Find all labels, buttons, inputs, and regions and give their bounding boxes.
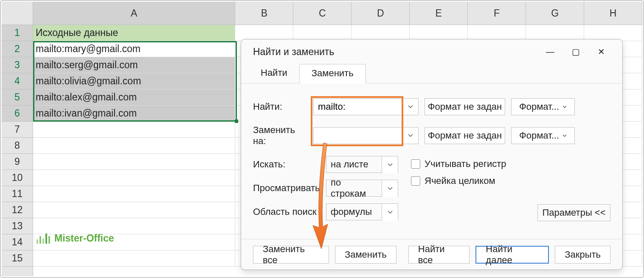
cell[interactable] [33, 122, 235, 137]
row-header-2[interactable]: 2 [2, 41, 33, 57]
whole-cell-label: Ячейка целиком [425, 175, 495, 186]
cell-G1[interactable] [526, 25, 584, 41]
format-btn-label: Формат... [519, 101, 559, 112]
col-header-E[interactable]: E [410, 2, 468, 25]
cell-A2[interactable]: mailto:mary@gmail.com [33, 41, 235, 57]
col-header-B[interactable]: B [235, 2, 293, 25]
replace-format-preview: Формат не задан [425, 127, 505, 144]
row-header-4[interactable]: 4 [2, 73, 33, 89]
chevron-down-icon [408, 134, 413, 137]
cell-D1[interactable] [352, 25, 410, 41]
tab-replace[interactable]: Заменить [299, 64, 366, 83]
column-headers: A B C D E F G H [33, 2, 642, 25]
cell[interactable] [33, 154, 235, 170]
find-format-preview: Формат не задан [425, 98, 505, 115]
match-case-label: Учитывать регистр [425, 158, 506, 170]
cell-F1[interactable] [468, 25, 526, 41]
replace-format-button[interactable]: Формат... [511, 127, 575, 144]
whole-cell-checkbox[interactable]: Ячейка целиком [411, 175, 506, 186]
col-header-H[interactable]: H [584, 2, 642, 25]
options-button[interactable]: Параметры << [537, 204, 610, 221]
cell-A6[interactable]: mailto:ivan@gmail.com [33, 106, 235, 121]
cell[interactable] [33, 186, 235, 202]
replace-label: Заменить на: [253, 125, 307, 147]
find-replace-dialog[interactable]: Найти и заменить — ▢ ✕ Найти Заменить На… [241, 39, 623, 270]
row-header-15[interactable]: 15 [2, 250, 33, 267]
dialog-titlebar[interactable]: Найти и заменить — ▢ ✕ [241, 39, 622, 64]
row-headers: 1 2 3 4 5 6 7 8 9 10 11 12 13 14 15 [2, 25, 33, 276]
row-header-9[interactable]: 9 [2, 154, 33, 170]
look-in-label: Область поиск [253, 206, 320, 217]
combo-value: на листе [326, 156, 382, 172]
search-within-combo[interactable]: на листе [326, 156, 398, 173]
row-header-7[interactable]: 7 [2, 122, 33, 138]
cell-E1[interactable] [410, 25, 468, 41]
replace-button[interactable]: Заменить [335, 246, 397, 264]
search-in-label: Искать: [253, 159, 320, 170]
selection-fill-handle[interactable] [235, 120, 238, 123]
chevron-down-icon [562, 106, 567, 108]
minimize-button[interactable]: — [537, 43, 563, 60]
row-header-10[interactable]: 10 [2, 170, 33, 186]
row-header-13[interactable]: 13 [2, 218, 33, 234]
dialog-title: Найти и заменить [253, 46, 537, 58]
row-header-5[interactable]: 5 [2, 89, 33, 106]
close-icon: ✕ [598, 47, 605, 57]
chevron-down-icon [562, 134, 567, 137]
cell-A5[interactable]: mailto:alex@gmail.com [33, 89, 235, 105]
logo-bars-icon [37, 234, 50, 244]
find-history-dropdown[interactable] [402, 98, 419, 115]
checkbox-icon [411, 159, 420, 169]
combo-value: по строкам [326, 180, 382, 196]
row-header-14[interactable]: 14 [2, 234, 33, 250]
cell-A3[interactable]: mailto:serg@gmail.com [33, 57, 235, 73]
cell-B1[interactable] [235, 25, 293, 41]
maximize-button[interactable]: ▢ [563, 43, 588, 60]
cell[interactable] [33, 218, 235, 234]
cell[interactable] [33, 250, 235, 266]
cell[interactable] [33, 138, 235, 153]
chevron-down-icon [408, 105, 413, 108]
col-header-G[interactable]: G [526, 2, 584, 25]
replace-input[interactable] [313, 127, 402, 144]
cell-A4[interactable]: mailto:olivia@gmail.com [33, 73, 235, 89]
replace-history-dropdown[interactable] [402, 127, 419, 144]
cell[interactable] [33, 170, 235, 186]
find-next-button[interactable]: Найти далее [475, 246, 549, 264]
match-case-checkbox[interactable]: Учитывать регистр [411, 158, 506, 170]
close-dialog-button[interactable]: Закрыть [555, 246, 610, 264]
look-in-combo[interactable]: формулы [326, 203, 398, 220]
cell[interactable] [33, 202, 235, 218]
search-by-combo[interactable]: по строкам [326, 180, 398, 197]
maximize-icon: ▢ [572, 47, 580, 57]
find-format-button[interactable]: Формат... [511, 98, 575, 115]
search-by-label: Просматривать [253, 183, 320, 194]
row-header-3[interactable]: 3 [2, 57, 33, 73]
find-input[interactable] [313, 98, 402, 115]
chevron-down-icon [382, 204, 398, 221]
cell-C1[interactable] [293, 25, 352, 41]
row-header-11[interactable]: 11 [2, 186, 33, 202]
row-header-6[interactable]: 6 [2, 106, 33, 122]
cell-A1[interactable]: Исходные данные [33, 25, 235, 41]
row-header-8[interactable]: 8 [2, 138, 33, 154]
col-header-C[interactable]: C [293, 2, 352, 25]
find-label: Найти: [253, 101, 307, 112]
dialog-footer: Заменить все Заменить Найти все Найти да… [241, 239, 622, 270]
cell-H1[interactable] [584, 25, 642, 41]
row-header-12[interactable]: 12 [2, 202, 33, 218]
watermark-logo: Mister-Office [37, 233, 114, 244]
col-header-D[interactable]: D [352, 2, 410, 25]
minimize-icon: — [546, 47, 554, 57]
find-all-button[interactable]: Найти все [408, 246, 470, 264]
dialog-tabs: Найти Заменить [241, 64, 622, 83]
tab-find[interactable]: Найти [249, 64, 299, 83]
close-button[interactable]: ✕ [588, 43, 614, 60]
replace-all-button[interactable]: Заменить все [253, 246, 329, 264]
col-header-F[interactable]: F [468, 2, 526, 25]
select-all-corner[interactable] [2, 2, 33, 25]
chevron-down-icon [382, 180, 398, 197]
col-header-A[interactable]: A [33, 2, 235, 25]
checkbox-icon [411, 176, 420, 186]
row-header-1[interactable]: 1 [2, 25, 33, 41]
